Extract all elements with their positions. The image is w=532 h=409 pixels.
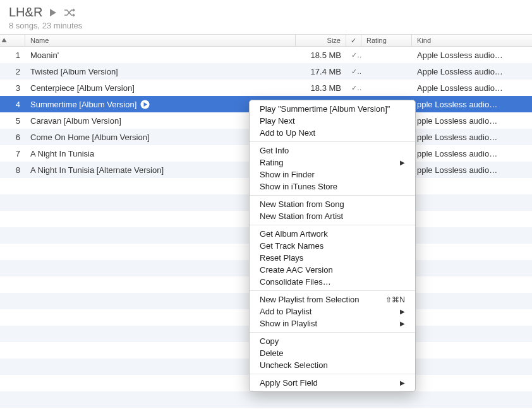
sort-ascending-icon: [1, 37, 7, 44]
menu-separator: [250, 225, 415, 225]
submenu-arrow-icon: ▶: [400, 320, 405, 327]
menu-item-label: Reset Plays: [260, 253, 303, 263]
menu-item[interactable]: Copy: [250, 335, 415, 347]
menu-item[interactable]: New Station from Song: [250, 198, 415, 210]
track-checked[interactable]: ✓: [346, 84, 361, 92]
track-kind: pple Lossless audio…: [412, 133, 532, 142]
menu-item-label: New Playlist from Selection: [260, 295, 360, 304]
menu-item-label: Apply Sort Field: [260, 378, 318, 388]
track-name-cell: Centerpiece [Album Version]: [25, 83, 296, 93]
track-number: 5: [0, 116, 25, 126]
menu-item-label: Get Track Names: [260, 241, 323, 251]
submenu-arrow-icon: ▶: [400, 379, 405, 386]
title-row: LH&R: [9, 5, 523, 20]
table-row[interactable]: 3Centerpiece [Album Version]18.3 MB✓Appl…: [0, 80, 532, 96]
play-icon[interactable]: [49, 8, 57, 17]
playlist-title: LH&R: [9, 5, 42, 20]
menu-item-label: Show in Finder: [260, 170, 315, 179]
track-name: A Night In Tunisia: [30, 149, 94, 158]
menu-item-label: Play "Summertime [Album Version]": [260, 104, 390, 114]
menu-item[interactable]: Add to Playlist▶: [250, 305, 415, 317]
track-checked[interactable]: ✓: [346, 51, 361, 59]
menu-item-label: Get Info: [260, 146, 289, 155]
table-header: Name Size ✓ Rating Kind: [0, 34, 532, 47]
track-name: Moanin': [30, 50, 59, 60]
menu-item-label: Show in iTunes Store: [260, 182, 337, 191]
column-header-kind[interactable]: Kind: [412, 35, 532, 46]
track-kind: Apple Lossless audio…: [412, 67, 532, 76]
submenu-arrow-icon: ▶: [400, 159, 405, 166]
svg-marker-1: [73, 8, 75, 11]
menu-item[interactable]: Get Info: [250, 145, 415, 157]
track-number: 1: [0, 50, 25, 60]
track-size: 17.4 MB: [296, 67, 346, 76]
track-kind: pple Lossless audio…: [412, 100, 532, 109]
track-size: 18.5 MB: [296, 50, 346, 60]
menu-shortcut: ⇧⌘N: [385, 295, 405, 304]
track-number: 4: [0, 100, 25, 109]
track-name: Come On Home [Album Version]: [30, 133, 150, 142]
menu-separator: [250, 290, 415, 291]
track-checked[interactable]: ✓: [346, 68, 361, 76]
track-name-cell: Twisted [Album Version]: [25, 67, 296, 76]
header: LH&R 8 songs, 23 minutes: [0, 0, 532, 34]
svg-marker-0: [50, 9, 56, 16]
track-name: A Night In Tunisia [Alternate Version]: [30, 165, 164, 175]
menu-item-label: Create AAC Version: [260, 265, 333, 275]
track-name: Summertime [Album Version]: [30, 100, 136, 109]
menu-separator: [250, 141, 415, 142]
menu-item[interactable]: New Playlist from Selection⇧⌘N: [250, 293, 415, 305]
track-name-cell: Moanin': [25, 50, 296, 60]
svg-marker-3: [2, 38, 7, 42]
column-header-check[interactable]: ✓: [346, 35, 361, 46]
track-name: Caravan [Album Version]: [30, 116, 121, 126]
menu-item-label: Consolidate Files…: [260, 277, 331, 287]
menu-item[interactable]: Rating▶: [250, 157, 415, 169]
menu-item[interactable]: Get Track Names: [250, 240, 415, 252]
menu-item-label: Copy: [260, 336, 279, 346]
menu-item[interactable]: Reset Plays: [250, 252, 415, 264]
track-name: Centerpiece [Album Version]: [30, 83, 135, 93]
column-header-rating[interactable]: Rating: [361, 35, 412, 46]
menu-item[interactable]: Show in iTunes Store: [250, 181, 415, 193]
menu-item[interactable]: Apply Sort Field▶: [250, 377, 415, 389]
menu-item[interactable]: Get Album Artwork: [250, 228, 415, 240]
column-label: Kind: [417, 37, 431, 44]
track-kind: pple Lossless audio…: [412, 116, 532, 126]
menu-item-label: New Station from Song: [260, 199, 344, 209]
menu-item[interactable]: Add to Up Next: [250, 127, 415, 139]
track-size: 18.3 MB: [296, 83, 346, 93]
column-header-name[interactable]: Name: [25, 35, 296, 46]
column-label: ✓: [351, 37, 356, 45]
table-row[interactable]: 2Twisted [Album Version]17.4 MB✓Apple Lo…: [0, 63, 532, 80]
column-header-size[interactable]: Size: [296, 35, 346, 46]
table-row[interactable]: 1Moanin'18.5 MB✓Apple Lossless audio…: [0, 47, 532, 63]
column-header-number[interactable]: [0, 35, 25, 46]
menu-item-label: Uncheck Selection: [260, 360, 328, 370]
menu-item[interactable]: Play "Summertime [Album Version]": [250, 103, 415, 115]
context-menu[interactable]: Play "Summertime [Album Version]"Play Ne…: [249, 100, 416, 392]
track-kind: Apple Lossless audio…: [412, 50, 532, 60]
menu-item-label: Show in Playlist: [260, 319, 317, 328]
menu-item[interactable]: Uncheck Selection: [250, 359, 415, 371]
menu-item-label: Get Album Artwork: [260, 229, 328, 239]
menu-item[interactable]: New Station from Artist: [250, 210, 415, 222]
track-number: 2: [0, 67, 25, 76]
menu-item[interactable]: Delete: [250, 347, 415, 359]
track-number: 6: [0, 133, 25, 142]
menu-item-label: New Station from Artist: [260, 211, 343, 221]
track-number: 3: [0, 83, 25, 93]
menu-item[interactable]: Play Next: [250, 115, 415, 127]
menu-item[interactable]: Show in Finder: [250, 169, 415, 181]
menu-item-label: Rating: [260, 158, 284, 167]
shuffle-icon[interactable]: [64, 8, 75, 17]
menu-item[interactable]: Show in Playlist▶: [250, 317, 415, 329]
menu-separator: [250, 374, 415, 374]
arrow-circle-icon[interactable]: [140, 100, 150, 109]
submenu-arrow-icon: ▶: [400, 308, 405, 315]
menu-separator: [250, 332, 415, 333]
column-label: Rating: [366, 37, 387, 44]
menu-item[interactable]: Create AAC Version: [250, 264, 415, 276]
menu-item-label: Add to Up Next: [260, 128, 315, 138]
menu-item[interactable]: Consolidate Files…: [250, 276, 415, 288]
